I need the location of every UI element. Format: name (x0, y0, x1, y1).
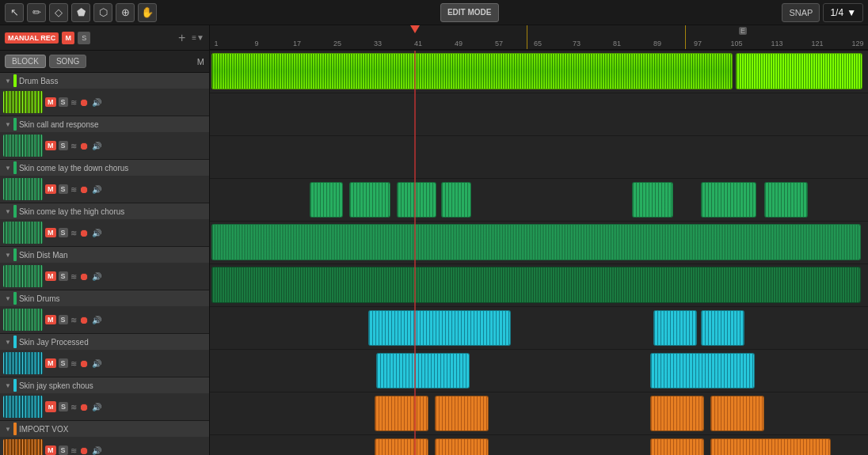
song-button[interactable]: SONG (49, 55, 86, 68)
timeline-ruler[interactable]: 1 9 17 25 33 41 49 57 65 73 81 89 97 105… (210, 25, 868, 51)
arrange-track-import-vox-copy[interactable] (210, 435, 868, 455)
arrange-track-skin-high[interactable] (210, 179, 868, 222)
paint-tool[interactable]: ⬟ (71, 3, 90, 22)
eraser-tool[interactable]: ◇ (49, 3, 68, 22)
arrange-track-skin-jay[interactable] (210, 307, 868, 350)
snap-button[interactable]: SNAP (782, 3, 820, 22)
solo-button-skin-spken[interactable]: S (59, 402, 68, 411)
fraction-display[interactable]: 1/4 ▼ (823, 3, 863, 22)
clip-spken-1[interactable] (376, 353, 470, 389)
clip-drums-1[interactable] (211, 267, 861, 303)
arrange-track-skin-dist[interactable] (210, 222, 868, 264)
rec-button-drum-bass[interactable]: ⏺ (79, 97, 89, 108)
mute-button-skin-down[interactable]: M (45, 184, 56, 194)
magnifier-tool[interactable]: ⊕ (116, 3, 135, 22)
arrange-track-skin-spken[interactable] (210, 350, 868, 392)
mute-button-skin-jay[interactable]: M (45, 358, 56, 368)
solo-button-skin-down[interactable]: S (59, 184, 68, 194)
fx-button-import-vox[interactable]: 🔊 (92, 446, 101, 455)
track-thumbnail-skin-down (3, 178, 43, 200)
fx-button-skin-down[interactable]: 🔊 (92, 185, 101, 194)
solo-button-skin-call[interactable]: S (59, 141, 68, 150)
fx-button-skin-drums[interactable]: 🔊 (92, 316, 101, 324)
fx-button-skin-jay[interactable]: 🔊 (92, 359, 101, 368)
fx-button-drum-bass[interactable]: 🔊 (92, 98, 101, 107)
collapse-triangle-skin-call[interactable]: ▼ (5, 121, 11, 128)
clip-jay-3[interactable] (701, 310, 744, 346)
clip-vox-1[interactable] (375, 396, 428, 431)
mute-button-skin-dist[interactable]: M (45, 271, 56, 281)
solo-button-skin-drums[interactable]: S (59, 315, 68, 324)
clip-vox-copy-1[interactable] (375, 438, 428, 455)
clip-jay-1[interactable] (368, 310, 511, 346)
arrange-track-import-vox[interactable] (210, 392, 868, 435)
collapse-triangle-skin-down[interactable]: ▼ (5, 165, 11, 172)
m-btn-spken[interactable]: M (45, 401, 56, 412)
clip-drum-bass-2[interactable] (736, 53, 862, 89)
collapse-triangle-import-vox[interactable]: ▼ (5, 426, 11, 433)
track-options-button[interactable]: ≡▼ (192, 33, 204, 42)
mute-button-skin-drums[interactable]: M (45, 315, 56, 324)
solo-button-skin-jay[interactable]: S (59, 358, 68, 368)
pencil-tool[interactable]: ✏ (27, 3, 46, 22)
clip-high-5[interactable] (632, 182, 673, 218)
s-button[interactable]: S (78, 32, 90, 44)
rec-button-skin-spken[interactable]: ⏺ (79, 401, 89, 413)
mute-button-import-vox[interactable]: M (45, 446, 56, 455)
clip-jay-2[interactable] (653, 310, 697, 346)
arrange-track-skin-drums[interactable] (210, 264, 868, 307)
rec-button-skin-jay[interactable]: ⏺ (79, 358, 89, 370)
collapse-triangle[interactable]: ▼ (5, 78, 11, 85)
selection-tool[interactable]: ⬡ (93, 3, 112, 22)
pointer-tool[interactable]: ↖ (5, 3, 24, 22)
solo-button-drum-bass[interactable]: S (59, 97, 68, 107)
solo-button-skin-high[interactable]: S (59, 228, 68, 237)
clip-vox-4[interactable] (710, 396, 764, 431)
clip-high-1[interactable] (310, 182, 343, 218)
arrange-track-skin-down[interactable] (210, 136, 868, 179)
clip-high-2[interactable] (349, 182, 390, 218)
fx-button-skin-high[interactable]: 🔊 (92, 229, 101, 237)
collapse-triangle-skin-high[interactable]: ▼ (5, 208, 11, 215)
rec-button-skin-down[interactable]: ⏺ (79, 184, 89, 195)
clip-vox-3[interactable] (650, 396, 704, 431)
clip-high-3[interactable] (397, 182, 436, 218)
fx-button-skin-dist[interactable]: 🔊 (92, 272, 101, 281)
clip-high-6[interactable] (701, 182, 756, 218)
clip-vox-2[interactable] (435, 396, 489, 431)
block-button[interactable]: BLOCK (5, 55, 46, 68)
mute-button-skin-high[interactable]: M (45, 228, 56, 237)
rec-button-skin-dist[interactable]: ⏺ (79, 271, 89, 282)
solo-button-import-vox[interactable]: S (59, 446, 68, 455)
arrange-track-skin-call[interactable] (210, 93, 868, 136)
add-track-button[interactable]: + (178, 31, 185, 45)
mute-button-skin-call[interactable]: M (45, 141, 56, 150)
rec-button-skin-call[interactable]: ⏺ (79, 140, 89, 152)
fx-button-skin-spken[interactable]: 🔊 (92, 403, 101, 411)
clip-vox-copy-2[interactable] (435, 438, 489, 455)
collapse-triangle-skin-dist[interactable]: ▼ (5, 252, 11, 259)
hand-tool[interactable]: ✋ (138, 3, 157, 22)
clip-dist-1[interactable] (211, 224, 861, 260)
edit-mode-button[interactable]: EDIT MODE (440, 3, 499, 22)
clip-high-7[interactable] (764, 182, 808, 218)
rec-button-import-vox[interactable]: ⏺ (79, 445, 89, 456)
collapse-triangle-skin-spken[interactable]: ▼ (5, 382, 11, 389)
rec-button-skin-high[interactable]: ⏺ (79, 227, 89, 239)
clip-vox-copy-3[interactable] (650, 438, 704, 455)
fx-button-skin-call[interactable]: 🔊 (92, 142, 101, 150)
clip-spken-2[interactable] (650, 353, 755, 389)
mute-button-drum-bass[interactable]: M (45, 97, 56, 107)
solo-button-skin-dist[interactable]: S (59, 271, 68, 281)
arrange-track-drum-bass[interactable] (210, 51, 868, 93)
arrange-tracks[interactable] (210, 51, 868, 455)
collapse-triangle-skin-drums[interactable]: ▼ (5, 295, 11, 302)
collapse-triangle-skin-jay[interactable]: ▼ (5, 339, 11, 346)
m-button[interactable]: M (62, 32, 74, 44)
clip-vox-copy-4[interactable] (710, 438, 831, 455)
clip-drum-bass-1[interactable] (211, 53, 733, 89)
rec-button-skin-drums[interactable]: ⏺ (79, 314, 89, 326)
clip-high-4[interactable] (441, 182, 471, 218)
vol-icon-import-vox: ≋ (70, 446, 77, 455)
arrange-view[interactable]: 1 9 17 25 33 41 49 57 65 73 81 89 97 105… (210, 25, 868, 455)
